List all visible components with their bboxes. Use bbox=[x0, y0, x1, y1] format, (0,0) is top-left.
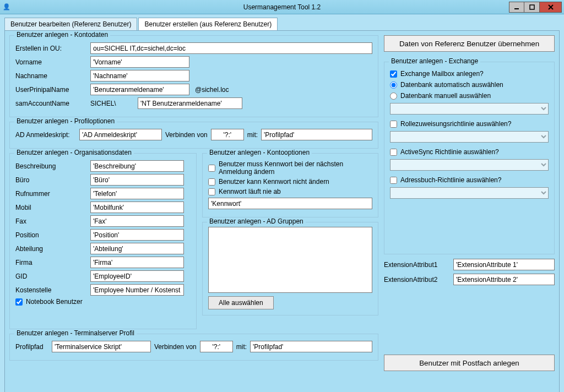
label-position: Position bbox=[15, 231, 87, 239]
label-addrbook: Adressbuch-Richtlinie auswählen? bbox=[400, 176, 501, 184]
buero-input[interactable] bbox=[90, 174, 184, 186]
close-button[interactable] bbox=[540, 2, 562, 13]
vorname-input[interactable] bbox=[90, 56, 189, 68]
selectall-button[interactable]: Alle auswählen bbox=[208, 296, 274, 309]
notebook-checkbox[interactable] bbox=[15, 298, 23, 306]
sam-input[interactable] bbox=[138, 97, 242, 109]
mailbox-checkbox[interactable] bbox=[390, 70, 397, 78]
label-pwd-mustchange: Benutzer muss Kennwort bei der nächsten … bbox=[219, 160, 356, 176]
rufnummer-input[interactable] bbox=[90, 188, 184, 199]
label-ext1: ExtensionAttribut1 bbox=[384, 261, 450, 269]
position-input[interactable] bbox=[90, 229, 184, 241]
group-title: Benutzer anlegen - Kontodaten bbox=[14, 31, 110, 39]
label-pwd-neverexpires: Kennwort läuft nie ab bbox=[219, 188, 281, 195]
nachname-input[interactable] bbox=[90, 70, 189, 81]
drive-input[interactable] bbox=[211, 129, 244, 140]
group-title: Benutzer anlegen - Organisationsdaten bbox=[14, 149, 134, 156]
label-ts-verbinden: Verbinden von bbox=[154, 343, 197, 351]
group-title: Benutzer anlegen - Profiloptionen bbox=[14, 117, 117, 125]
ts-path-input[interactable] bbox=[250, 341, 372, 352]
label-activesync: ActiveSync Richtlinie auswählen? bbox=[400, 148, 499, 156]
label-buero: Büro bbox=[15, 176, 87, 184]
kostenstelle-input[interactable] bbox=[90, 284, 184, 296]
group-title: Benutzer anlegen - Kontooptionen bbox=[207, 149, 312, 156]
addrbook-select[interactable] bbox=[390, 187, 549, 199]
minimize-button[interactable] bbox=[509, 2, 524, 13]
ts-drive-input[interactable] bbox=[200, 341, 233, 352]
create-user-button[interactable]: Benutzer mit Postfach anlegen bbox=[384, 355, 555, 371]
profilpfad-input[interactable] bbox=[261, 129, 372, 140]
label-kostenstelle: Kostenstelle bbox=[15, 286, 87, 294]
label-pwd-cannotchange: Benutzer kann Kennwort nicht ändern bbox=[219, 178, 329, 186]
tab-edit-user[interactable]: Benutzer bearbeiten (Referenz Benutzer) bbox=[4, 18, 137, 30]
group-profiloptionen: Benutzer anlegen - Profiloptionen AD Anm… bbox=[9, 122, 378, 149]
db-select[interactable] bbox=[390, 103, 549, 115]
upn-input[interactable] bbox=[90, 84, 189, 95]
label-upn: UserPrinipalName bbox=[15, 86, 87, 94]
group-kontodaten: Benutzer anlegen - Kontodaten Erstellen … bbox=[9, 35, 378, 117]
db-manual-radio[interactable] bbox=[390, 92, 397, 100]
window-title: Usermanagement Tool 1.2 bbox=[0, 3, 564, 11]
label-nachname: Nachname bbox=[15, 72, 87, 80]
label-abteilung: Abteilung bbox=[15, 245, 87, 253]
label-notebook: Notebook Benutzer bbox=[26, 298, 83, 306]
ou-input[interactable] bbox=[90, 42, 372, 54]
svg-rect-1 bbox=[530, 5, 534, 9]
group-exchange: Benutzer anlegen - Exchange Exchange Mai… bbox=[384, 62, 555, 254]
pwd-cannotchange-checkbox[interactable] bbox=[208, 178, 215, 186]
label-ts-profilpfad: Profilpfad bbox=[15, 343, 48, 351]
maximize-button[interactable] bbox=[524, 2, 540, 13]
role-select[interactable] bbox=[390, 131, 549, 143]
adgroups-listbox[interactable] bbox=[208, 227, 372, 293]
label-ts-mit: mit: bbox=[236, 343, 247, 351]
label-firma: Firma bbox=[15, 259, 87, 266]
gid-input[interactable] bbox=[90, 270, 184, 282]
tab-create-user[interactable]: Benutzer erstellen (aus Referenz Benutze… bbox=[138, 18, 278, 30]
activesync-checkbox[interactable] bbox=[390, 149, 397, 156]
mobil-input[interactable] bbox=[90, 202, 184, 213]
firma-input[interactable] bbox=[90, 257, 184, 268]
label-beschreibung: Beschreibung bbox=[15, 162, 87, 170]
abteilung-input[interactable] bbox=[90, 243, 184, 254]
label-role: Rollezuweisungsrichtlinie auswählen? bbox=[400, 120, 511, 128]
label-fax: Fax bbox=[15, 217, 87, 225]
label-adscript: AD Anmeldeskript: bbox=[15, 131, 76, 139]
ext1-input[interactable] bbox=[453, 259, 555, 270]
label-vorname: Vorname bbox=[15, 58, 87, 66]
label-mailbox: Exchange Mailbox anlegen? bbox=[400, 70, 484, 78]
label-gid: GID bbox=[15, 273, 87, 280]
role-checkbox[interactable] bbox=[390, 121, 397, 128]
titlebar: 👤 Usermanagement Tool 1.2 bbox=[0, 0, 564, 14]
pwd-neverexpires-checkbox[interactable] bbox=[208, 188, 215, 195]
group-title: Benutzer anlegen - Terminalserver Profil bbox=[14, 329, 137, 337]
db-auto-radio[interactable] bbox=[390, 81, 397, 89]
pwd-mustchange-checkbox[interactable] bbox=[208, 165, 215, 172]
label-rufnummer: Rufnummer bbox=[15, 190, 87, 198]
ext2-input[interactable] bbox=[453, 274, 555, 285]
label-ext2: ExtensionAttribut2 bbox=[384, 276, 450, 284]
ts-script-input[interactable] bbox=[52, 341, 151, 352]
beschreibung-input[interactable] bbox=[90, 160, 184, 172]
label-db-manual: Datenbank manuell auswählen bbox=[400, 92, 491, 100]
group-title: Benutzer anlegen - AD Gruppen bbox=[207, 217, 306, 225]
activesync-select[interactable] bbox=[390, 159, 549, 171]
label-mit: mit: bbox=[247, 131, 258, 139]
label-mobil: Mobil bbox=[15, 204, 87, 211]
label-ou: Erstellen in OU: bbox=[15, 45, 87, 52]
group-kontooptionen: Benutzer anlegen - Kontooptionen Benutze… bbox=[202, 153, 378, 217]
fax-input[interactable] bbox=[90, 215, 184, 227]
group-terminalserver: Benutzer anlegen - Terminalserver Profil… bbox=[9, 334, 378, 361]
app-icon: 👤 bbox=[2, 3, 11, 12]
label-verbinden: Verbinden von bbox=[165, 131, 208, 139]
addrbook-checkbox[interactable] bbox=[390, 177, 397, 184]
label-sam: samAccountName bbox=[15, 100, 87, 107]
group-organisationsdaten: Benutzer anlegen - Organisationsdaten Be… bbox=[9, 153, 197, 329]
load-reference-button[interactable]: Daten von Referenz Benutzer übernehmen bbox=[384, 35, 555, 52]
group-adgruppen: Benutzer anlegen - AD Gruppen Alle auswä… bbox=[202, 222, 378, 315]
upn-suffix: @sichel.loc bbox=[193, 86, 229, 94]
group-title: Benutzer anlegen - Exchange bbox=[389, 57, 480, 65]
label-db-auto: Datenbank automatisch auswählen bbox=[400, 81, 503, 89]
password-input[interactable] bbox=[208, 198, 372, 209]
adscript-input[interactable] bbox=[79, 129, 162, 140]
sam-prefix: SICHEL\ bbox=[90, 100, 134, 107]
